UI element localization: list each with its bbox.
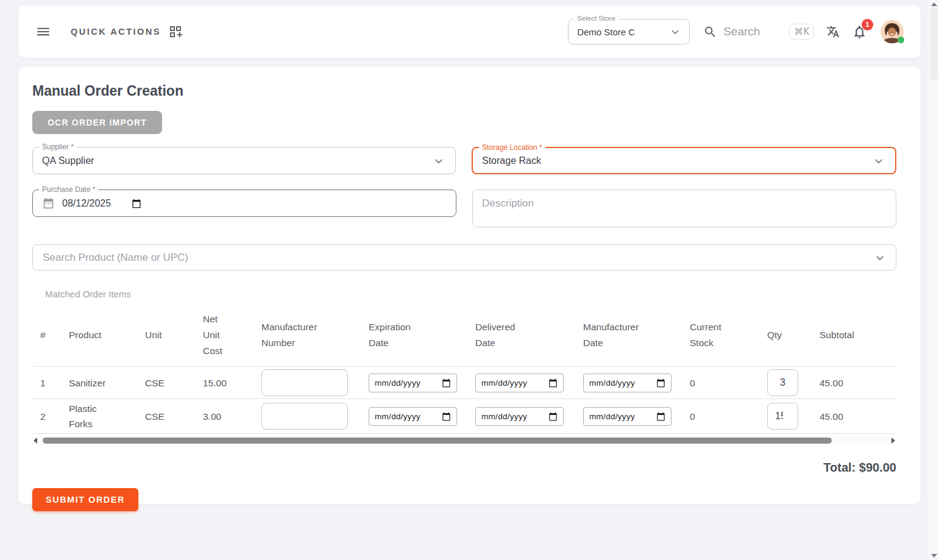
- table-header-row: # Product Unit Net Unit Cost Manufacture…: [32, 304, 896, 367]
- date-picker-icon[interactable]: [656, 412, 665, 421]
- online-status-dot: [898, 37, 904, 43]
- scroll-left-arrow[interactable]: [32, 436, 38, 445]
- scrollbar-thumb[interactable]: [930, 7, 937, 80]
- qty-input[interactable]: [767, 403, 798, 430]
- quick-actions-label: QUICK ACTIONS: [71, 27, 161, 37]
- col-header-num: #: [32, 327, 61, 343]
- translate-icon[interactable]: [826, 25, 840, 38]
- manufacturer-number-input[interactable]: [261, 369, 348, 396]
- notifications-bell-icon[interactable]: 1: [852, 24, 867, 40]
- table-row: 1 Sanitizer CSE 15.00 mm/dd/yyyy mm/dd/y…: [32, 367, 896, 399]
- product-search-input[interactable]: [43, 252, 873, 264]
- manufacturer-number-input[interactable]: [261, 403, 348, 430]
- submit-order-button[interactable]: SUBMIT ORDER: [32, 488, 138, 511]
- date-picker-icon[interactable]: [442, 378, 451, 388]
- col-header-subtotal: Subtotal: [812, 327, 896, 343]
- store-select[interactable]: Select Store Demo Store C: [568, 19, 690, 44]
- order-items-table: # Product Unit Net Unit Cost Manufacture…: [32, 304, 896, 434]
- purchase-date-value: 08/12/2025: [62, 198, 111, 209]
- col-header-product: Product: [61, 327, 137, 343]
- ocr-order-import-button[interactable]: OCR ORDER IMPORT: [32, 111, 162, 134]
- net-unit-cost-value: 15.00: [195, 375, 253, 391]
- search-icon: [703, 25, 717, 39]
- manufacturer-date-input[interactable]: mm/dd/yyyy: [583, 407, 671, 426]
- supplier-label: Supplier *: [39, 143, 77, 151]
- col-header-delivered-date: Delivered Date: [467, 319, 575, 351]
- scrollbar-thumb[interactable]: [43, 438, 832, 444]
- table-horizontal-scrollbar: [32, 436, 896, 445]
- date-picker-icon[interactable]: [132, 199, 141, 208]
- order-total: Total: $90.00: [32, 461, 896, 475]
- date-picker-icon[interactable]: [656, 378, 665, 388]
- unit-value: CSE: [137, 375, 195, 391]
- current-stock-value: 0: [682, 409, 759, 424]
- product-search-select[interactable]: [32, 244, 896, 271]
- date-picker-icon[interactable]: [548, 412, 558, 421]
- search-shortcut-badge: ⌘K: [789, 24, 814, 40]
- chevron-down-icon: [431, 154, 446, 168]
- scrollbar-track[interactable]: [40, 436, 888, 445]
- top-bar: QUICK ACTIONS Select Store Demo Store C …: [18, 5, 921, 58]
- current-stock-value: 0: [682, 375, 759, 391]
- col-header-manufacturer-number: Manufacturer Number: [253, 319, 361, 351]
- expiration-date-input[interactable]: mm/dd/yyyy: [369, 374, 457, 392]
- storage-location-label: Storage Location *: [479, 143, 545, 152]
- store-select-label: Select Store: [574, 15, 618, 22]
- col-header-manufacturer-date: Manufacturer Date: [575, 319, 682, 351]
- qty-input[interactable]: [767, 369, 798, 396]
- scroll-up-arrow[interactable]: [931, 2, 937, 6]
- unit-value: CSE: [137, 409, 195, 424]
- table-row: 2 Plastic Forks CSE 3.00 mm/dd/yyyy mm/d…: [32, 399, 896, 434]
- scroll-right-arrow[interactable]: [890, 436, 896, 445]
- col-header-net-unit-cost: Net Unit Cost: [195, 311, 253, 359]
- calendar-icon: [42, 197, 55, 210]
- subtotal-value: 45.00: [812, 375, 896, 391]
- matched-order-items-title: Matched Order Items: [45, 289, 896, 299]
- description-textarea[interactable]: [472, 190, 896, 227]
- expiration-date-input[interactable]: mm/dd/yyyy: [369, 407, 457, 426]
- purchase-date-input[interactable]: Purchase Date * 08/12/2025: [32, 190, 456, 217]
- net-unit-cost-value: 3.00: [195, 409, 253, 424]
- storage-location-value: Storage Rack: [482, 155, 871, 166]
- supplier-select[interactable]: Supplier * QA Supplier: [32, 147, 456, 174]
- menu-icon[interactable]: [35, 24, 51, 40]
- global-search[interactable]: ⌘K: [703, 24, 814, 40]
- chevron-down-icon: [668, 25, 682, 38]
- chevron-down-icon: [873, 250, 887, 265]
- supplier-value: QA Supplier: [42, 155, 431, 166]
- col-header-qty: Qty: [759, 327, 812, 343]
- product-name: Sanitizer: [61, 375, 137, 391]
- manual-order-card: Manual Order Creation OCR ORDER IMPORT S…: [18, 67, 921, 504]
- chevron-down-icon: [871, 154, 886, 168]
- user-avatar[interactable]: [881, 20, 904, 43]
- col-header-expiration-date: Expiration Date: [361, 319, 467, 351]
- dashboard-customize-icon[interactable]: [168, 24, 183, 39]
- page-title: Manual Order Creation: [32, 83, 896, 99]
- store-select-value: Demo Store C: [577, 27, 668, 37]
- date-picker-icon[interactable]: [442, 412, 451, 421]
- col-header-current-stock: Current Stock: [682, 319, 759, 351]
- delivered-date-input[interactable]: mm/dd/yyyy: [475, 374, 564, 392]
- purchase-date-label: Purchase Date *: [39, 185, 98, 194]
- manufacturer-date-input[interactable]: mm/dd/yyyy: [583, 374, 671, 392]
- delivered-date-input[interactable]: mm/dd/yyyy: [475, 407, 564, 426]
- page-vertical-scrollbar[interactable]: [929, 0, 939, 560]
- date-picker-icon[interactable]: [548, 378, 558, 388]
- storage-location-select[interactable]: Storage Location * Storage Rack: [472, 147, 896, 174]
- search-input[interactable]: [723, 25, 789, 38]
- col-header-unit: Unit: [137, 327, 195, 343]
- row-num: 2: [32, 409, 61, 424]
- subtotal-value: 45.00: [812, 409, 896, 424]
- notification-count-badge: 1: [862, 19, 873, 30]
- scroll-down-arrow[interactable]: [931, 554, 937, 558]
- row-num: 1: [32, 375, 61, 391]
- product-name: Plastic Forks: [61, 401, 137, 431]
